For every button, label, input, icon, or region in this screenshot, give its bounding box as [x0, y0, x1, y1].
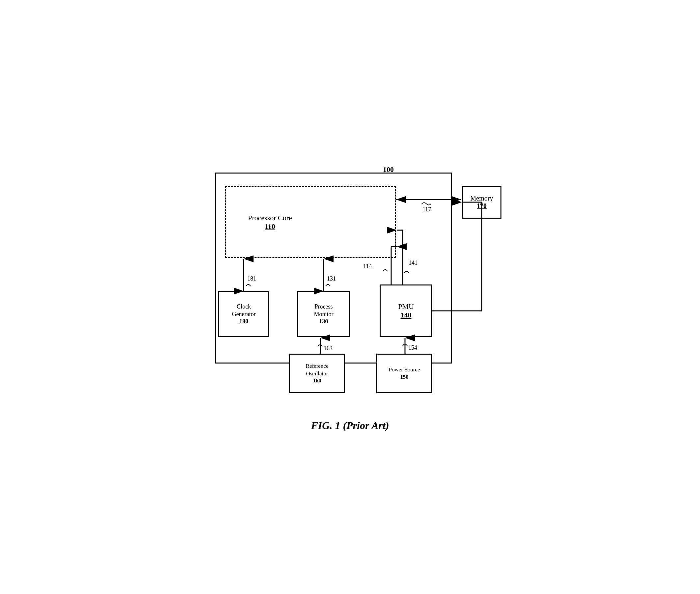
- diagram-area: 100 Processor Core 110 Memory 170 ClockG…: [208, 163, 492, 413]
- clock-generator-box: ClockGenerator 180: [218, 291, 269, 337]
- memory-box: Memory 170: [462, 186, 501, 219]
- figure-label: FIG. 1 (Prior Art): [311, 420, 389, 432]
- main-box-label: 100: [383, 165, 394, 174]
- reference-oscillator-box: ReferenceOscillator 160: [289, 354, 345, 393]
- page-container: 100 Processor Core 110 Memory 170 ClockG…: [202, 163, 498, 432]
- pmu-box: PMU 140: [380, 285, 432, 337]
- process-monitor-box: ProcessMonitor 130: [297, 291, 350, 337]
- power-source-box: Power Source 150: [376, 354, 432, 393]
- processor-core-label: Processor Core 110: [248, 214, 292, 231]
